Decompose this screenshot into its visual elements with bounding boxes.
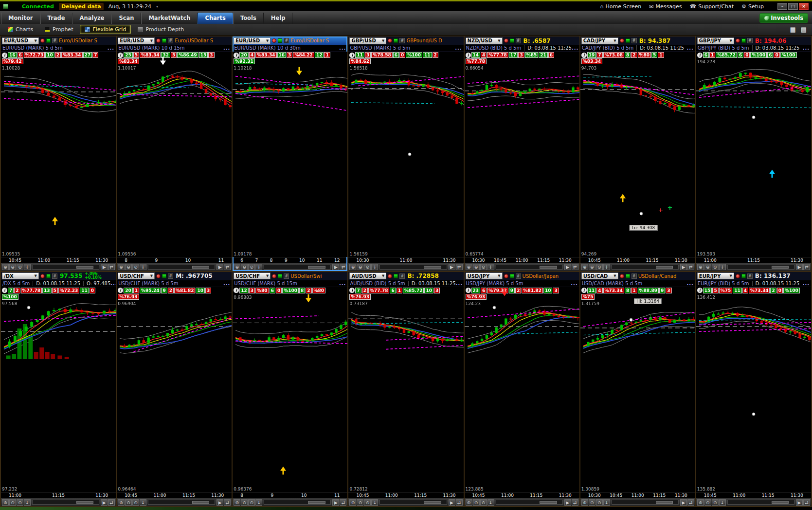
zoom-area-button[interactable]: ⊙: [248, 264, 255, 270]
scrollbar-thumb[interactable]: [656, 501, 673, 504]
chart-panel-nzd-usd-4[interactable]: NZD/USD ▼ # B: .6587 NZD/USD (BID) 5 d 5…: [465, 36, 579, 271]
tab-charts[interactable]: Charts: [198, 13, 233, 24]
chart-menu-dots[interactable]: ...: [803, 45, 810, 51]
step-right-button[interactable]: ▶: [796, 264, 803, 270]
chart-area[interactable]: i123%8060%10082%80 0.96883 0.96376: [233, 287, 347, 492]
pattern-toggle-icon[interactable]: #: [632, 38, 637, 43]
titlebar-link-home-screen[interactable]: ⌂Home Screen: [600, 3, 642, 10]
chart-style-icon[interactable]: [278, 38, 282, 43]
pan-down-button[interactable]: ↓: [487, 499, 494, 506]
link-dot-icon[interactable]: [40, 38, 45, 43]
pattern-toggle-icon[interactable]: #: [52, 273, 57, 279]
tab-scan[interactable]: Scan: [111, 13, 141, 24]
time-scrollbar[interactable]: [148, 500, 215, 505]
chart-area[interactable]: i61%85.7260%10060%100 194.278 193.593: [696, 52, 811, 257]
fit-width-button[interactable]: ⇄: [572, 264, 578, 270]
chart-style-icon[interactable]: [741, 38, 746, 43]
pan-down-button[interactable]: ↓: [24, 499, 31, 506]
chart-panel-dx-7[interactable]: /DX ▼ # 97.535 +.096 +0.10% /DX 5 d 5m D…: [1, 272, 116, 507]
zoom-in-button[interactable]: ⊕: [349, 264, 356, 270]
link-dot-icon[interactable]: [272, 274, 276, 278]
pattern-toggle-icon[interactable]: #: [284, 38, 289, 43]
time-scrollbar[interactable]: [32, 500, 99, 505]
fit-width-button[interactable]: ⇄: [340, 499, 346, 506]
step-right-button[interactable]: ▶: [564, 264, 571, 270]
chart-area[interactable]: i236%79.3292%81.82103%76.93 124.23 123.8…: [465, 287, 579, 492]
titlebar-link-messages[interactable]: ✉Messages: [649, 3, 682, 10]
time-scrollbar[interactable]: [612, 265, 679, 270]
toolbar-item-prophet[interactable]: Prophet: [40, 25, 78, 34]
zoom-out-button[interactable]: ⊖: [704, 264, 711, 270]
step-right-button[interactable]: ▶: [449, 499, 455, 506]
chart-menu-dots[interactable]: ...: [686, 45, 693, 51]
symbol-selector[interactable]: NZD/USD ▼: [466, 37, 503, 44]
titlebar-link-support-chat[interactable]: ☎Support/Chat: [689, 3, 734, 10]
toolbar-item-charts[interactable]: Charts: [3, 25, 38, 34]
chart-panel-aud-usd-10[interactable]: AUD/USD ▼ # B: .72858 AUD/USD (BID) 5 d …: [348, 272, 463, 507]
scrollbar-thumb[interactable]: [772, 266, 789, 269]
zoom-area-button[interactable]: ⊙: [712, 264, 719, 270]
symbol-selector[interactable]: CAD/JPY ▼: [581, 37, 618, 44]
pan-down-button[interactable]: ↓: [24, 264, 31, 270]
link-dot-icon[interactable]: [272, 38, 276, 43]
step-right-button[interactable]: ▶: [101, 264, 108, 270]
chart-style-icon[interactable]: [394, 274, 398, 278]
tab-monitor[interactable]: Monitor: [1, 13, 40, 24]
zoom-in-button[interactable]: ⊕: [234, 264, 240, 270]
zoom-out-button[interactable]: ⊖: [473, 499, 480, 506]
fit-width-button[interactable]: ⇄: [224, 264, 231, 270]
titlebar-link-setup[interactable]: ⚙Setup: [741, 3, 764, 10]
step-right-button[interactable]: ▶: [332, 499, 339, 506]
fit-width-button[interactable]: ⇄: [224, 499, 231, 506]
fit-width-button[interactable]: ⇄: [687, 264, 694, 270]
chart-menu-dots[interactable]: ...: [456, 281, 463, 286]
close-button[interactable]: ×: [799, 3, 809, 10]
pattern-toggle-icon[interactable]: #: [399, 38, 405, 43]
step-right-button[interactable]: ▶: [217, 499, 223, 506]
chart-style-icon[interactable]: [278, 274, 282, 278]
chart-area[interactable]: i201%95.2492%81.82103%76.93 0.96904 0.96…: [117, 287, 232, 492]
zoom-out-button[interactable]: ⊖: [473, 264, 480, 270]
pan-down-button[interactable]: ↓: [140, 499, 146, 506]
pattern-toggle-icon[interactable]: #: [516, 273, 521, 279]
scrollbar-thumb[interactable]: [656, 266, 673, 269]
chart-area[interactable]: i197%73.0882%8051%83.34 94.703 94.269 Lo…: [580, 52, 695, 257]
chart-menu-dots[interactable]: ...: [803, 281, 810, 286]
maximize-button[interactable]: □: [788, 3, 798, 10]
scrollbar-thumb[interactable]: [76, 501, 93, 504]
symbol-selector[interactable]: EUR/USD ▼: [118, 37, 155, 44]
symbol-selector[interactable]: EUR/USD ▼: [234, 37, 271, 44]
chart-area[interactable]: i114%73.3481%88.8993%75 1.31759 1.30859 …: [580, 287, 695, 492]
pattern-toggle-icon[interactable]: #: [168, 38, 173, 43]
chart-style-icon[interactable]: [162, 38, 166, 43]
fit-width-button[interactable]: ⇄: [340, 264, 346, 270]
time-scrollbar[interactable]: [148, 265, 215, 270]
chart-panel-usd-jpy-11[interactable]: USD/JPY ▼ # USDollar/Japan USD/JPY (MARK…: [465, 272, 579, 507]
link-dot-icon[interactable]: [736, 38, 740, 43]
link-dot-icon[interactable]: [620, 274, 624, 278]
pan-down-button[interactable]: ↓: [371, 264, 378, 270]
time-scrollbar[interactable]: [264, 265, 331, 270]
zoom-area-button[interactable]: ⊙: [132, 264, 139, 270]
pan-down-button[interactable]: ↓: [487, 264, 494, 270]
pattern-toggle-icon[interactable]: #: [632, 273, 637, 279]
chart-panel-eur-jpy-13[interactable]: EUR/JPY ▼ # B: 136.137 EUR/JPY (BID) 5 d…: [696, 272, 811, 507]
fit-width-button[interactable]: ⇄: [108, 264, 115, 270]
symbol-selector[interactable]: EUR/JPY ▼: [697, 273, 734, 279]
chart-menu-dots[interactable]: ...: [572, 45, 578, 51]
chart-area[interactable]: i144%77.78173%85216%77.78 0.66054 0.6577…: [465, 52, 579, 257]
time-scrollbar[interactable]: [727, 500, 794, 505]
pan-down-button[interactable]: ↓: [719, 499, 726, 506]
time-scrollbar[interactable]: [612, 500, 679, 505]
chart-menu-dots[interactable]: ...: [686, 281, 693, 286]
chart-style-icon[interactable]: [46, 38, 51, 43]
fit-width-button[interactable]: ⇄: [108, 499, 115, 506]
chart-area[interactable]: i72%77.78135%72.23110%100 97.568 97.232: [1, 287, 116, 492]
chart-style-icon[interactable]: [394, 38, 398, 43]
toolbar-item-flexible-grid[interactable]: Flexible Grid: [80, 25, 131, 34]
chart-style-icon[interactable]: [626, 38, 630, 43]
minimize-button[interactable]: –: [777, 3, 787, 10]
chart-area[interactable]: i204%83.34163%84.22121%92.31 1.10218 1.0…: [233, 52, 347, 257]
link-dot-icon[interactable]: [156, 274, 161, 278]
zoom-area-button[interactable]: ⊙: [480, 264, 487, 270]
